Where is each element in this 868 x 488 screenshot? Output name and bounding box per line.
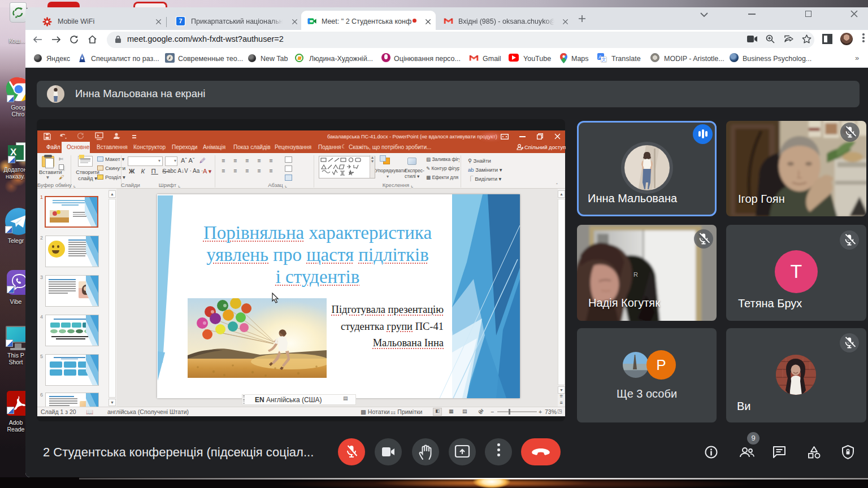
svg-text:R: R (633, 271, 638, 278)
